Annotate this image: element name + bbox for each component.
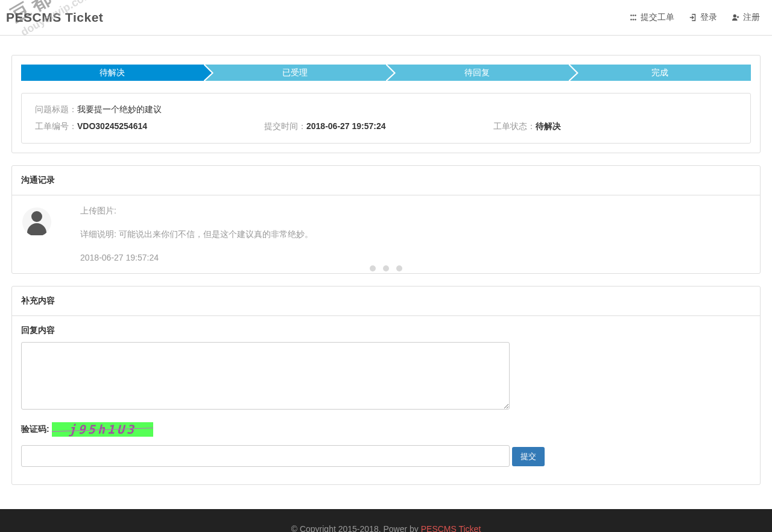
ticket-title-value: 我要提一个绝妙的建议 — [77, 104, 162, 114]
nav-submit-label: 提交工单 — [641, 12, 674, 23]
footer-link[interactable]: PESCMS Ticket — [421, 524, 481, 532]
nav-login-label: 登录 — [700, 12, 717, 23]
nav-register-label: 注册 — [743, 12, 760, 23]
nav-login[interactable]: 登录 — [689, 12, 717, 23]
header-nav: 提交工单 登录 注册 — [629, 12, 760, 23]
footer: © Copyright 2015-2018. Power by PESCMS T… — [0, 509, 772, 532]
svg-point-4 — [633, 19, 634, 21]
communication-timestamp: 2018-06-27 19:57:24 — [80, 252, 751, 264]
supplement-heading: 补充内容 — [12, 287, 760, 316]
ticket-title-label: 问题标题： — [35, 104, 77, 114]
communication-heading: 沟通记录 — [12, 166, 760, 195]
register-icon — [732, 13, 740, 22]
ticket-number-value: VDO30245254614 — [77, 121, 147, 131]
svg-point-5 — [634, 19, 636, 21]
upload-row: 上传图片: — [80, 204, 751, 217]
supplement-panel: 补充内容 回复内容 验证码: j95h1U3 提交 — [11, 286, 761, 485]
step-pending: 待解决 — [21, 65, 204, 81]
reply-textarea[interactable] — [21, 342, 510, 410]
step-accepted: 已受理 — [204, 65, 387, 81]
ticket-panel: 待解决 已受理 待回复 完成 问题标题：我要提一个绝妙的建议 工单编号：VDO3… — [11, 55, 761, 153]
captcha-label: 验证码: — [21, 424, 49, 435]
svg-point-1 — [633, 14, 634, 16]
main-content: 待解决 已受理 待回复 完成 问题标题：我要提一个绝妙的建议 工单编号：VDO3… — [0, 36, 772, 509]
progress-steps: 待解决 已受理 待回复 完成 — [21, 65, 751, 81]
status-value: 待解决 — [536, 121, 561, 131]
header: PESCMS Ticket 提交工单 登录 注册 — [0, 0, 772, 36]
status-label: 工单状态： — [493, 121, 536, 131]
ticket-info: 问题标题：我要提一个绝妙的建议 工单编号：VDO30245254614 提交时间… — [21, 93, 751, 144]
svg-point-3 — [630, 19, 632, 21]
step-done: 完成 — [569, 65, 751, 81]
footer-copyright: © Copyright 2015-2018. Power by — [291, 524, 421, 532]
nav-submit-ticket[interactable]: 提交工单 — [629, 12, 674, 23]
detail-text: 可能说出来你们不信，但是这个建议真的非常绝妙。 — [119, 229, 313, 239]
submit-time-value: 2018-06-27 19:57:24 — [306, 121, 386, 131]
svg-point-6 — [733, 14, 736, 17]
avatar-wrap — [21, 204, 63, 264]
step-awaiting: 待回复 — [386, 65, 569, 81]
communication-content: 上传图片: 详细说明: 可能说出来你们不信，但是这个建议真的非常绝妙。 2018… — [80, 204, 751, 264]
ticket-number-label: 工单编号： — [35, 121, 77, 131]
reply-label: 回复内容 — [21, 325, 751, 336]
captcha-input[interactable] — [21, 445, 510, 467]
user-avatar — [22, 207, 51, 236]
logo[interactable]: PESCMS Ticket — [6, 10, 103, 25]
login-icon — [689, 13, 697, 22]
captcha-image[interactable]: j95h1U3 — [52, 422, 153, 437]
submit-time-label: 提交时间： — [264, 121, 306, 131]
svg-point-0 — [630, 14, 632, 16]
detail-label: 详细说明: — [80, 229, 116, 239]
svg-point-2 — [634, 14, 636, 16]
submit-button[interactable]: 提交 — [512, 447, 545, 466]
communication-panel: 沟通记录 上传图片: 详细说明: 可能说出来你们不信，但是这个建议真的非常绝妙。… — [11, 165, 761, 274]
nav-register[interactable]: 注册 — [732, 12, 760, 23]
ticket-icon — [629, 13, 638, 22]
